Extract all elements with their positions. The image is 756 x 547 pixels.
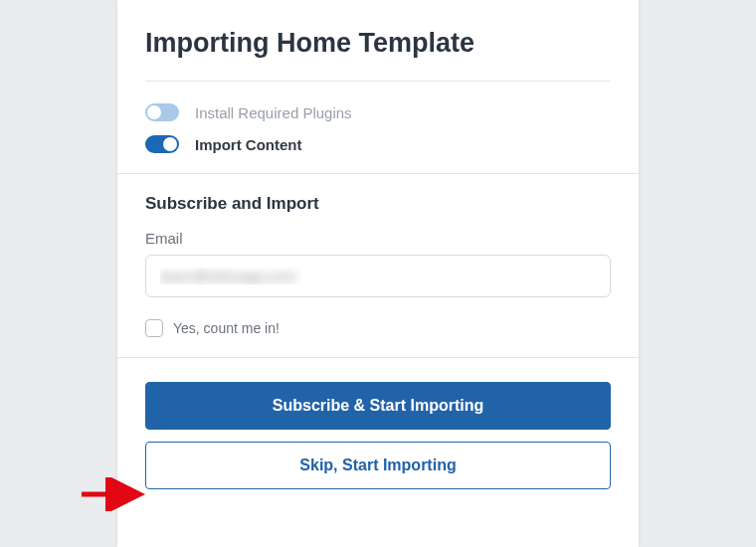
email-field[interactable] [145,255,611,297]
toggle-label-content: Import Content [195,136,301,153]
optin-row[interactable]: Yes, count me in! [145,319,611,337]
subscribe-import-button[interactable]: Subscribe & Start Importing [145,382,611,430]
toggle-content[interactable] [145,135,179,153]
optin-checkbox[interactable] [145,319,163,337]
toggle-row-plugins: Install Required Plugins [145,103,611,121]
skip-import-button[interactable]: Skip, Start Importing [145,442,611,489]
toggle-knob [163,137,177,151]
divider [145,81,611,82]
toggle-knob [147,105,161,119]
toggle-plugins[interactable] [145,103,179,121]
toggle-row-content: Import Content [145,135,611,153]
header-section: Importing Home Template Install Required… [117,0,639,174]
optin-label: Yes, count me in! [173,320,280,336]
action-section: Subscribe & Start Importing Skip, Start … [117,358,639,525]
email-label: Email [145,230,611,247]
import-panel: Importing Home Template Install Required… [117,0,639,547]
subscribe-section: Subscribe and Import Email Yes, count me… [117,174,639,358]
page-title: Importing Home Template [145,20,611,59]
subscribe-heading: Subscribe and Import [145,194,611,214]
toggle-label-plugins: Install Required Plugins [195,104,352,121]
